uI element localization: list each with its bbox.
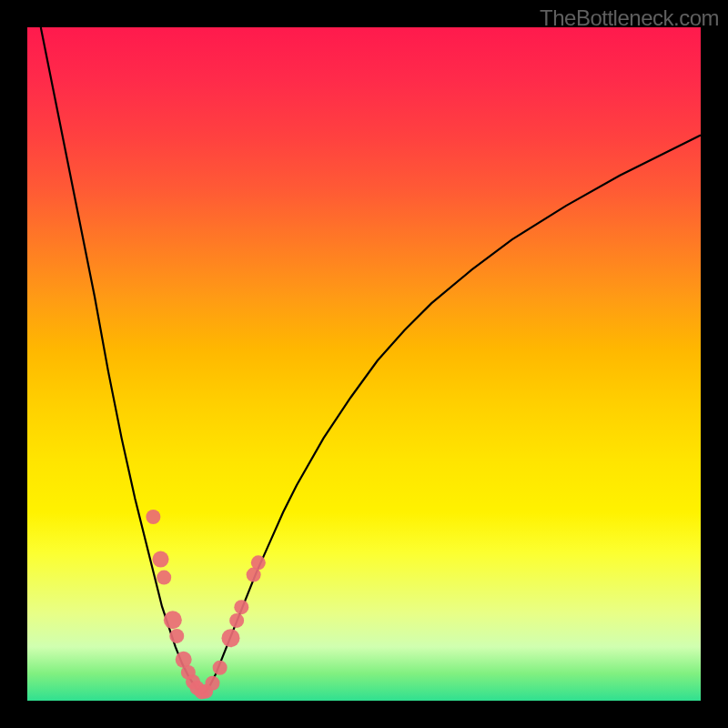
data-point — [153, 551, 169, 568]
chart-svg — [27, 27, 701, 701]
data-point — [169, 629, 184, 643]
plot-area — [27, 27, 701, 701]
data-point — [229, 613, 244, 628]
data-point — [164, 611, 182, 629]
data-point — [206, 676, 220, 691]
data-point — [234, 600, 248, 614]
data-point — [251, 555, 266, 570]
data-point — [213, 661, 228, 675]
data-points — [146, 510, 265, 699]
data-point — [221, 629, 239, 647]
data-point — [157, 571, 171, 585]
watermark-text: TheBottleneck.com — [540, 5, 719, 31]
data-point — [146, 510, 160, 524]
curve-right — [202, 135, 701, 693]
curve-left — [41, 27, 203, 694]
